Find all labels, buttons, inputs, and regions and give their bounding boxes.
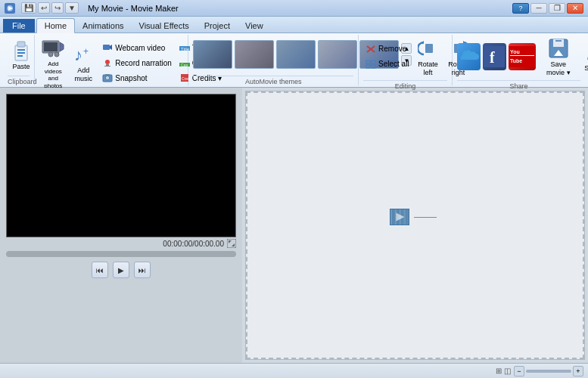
add-tools-col: Webcam video Record narration Snapshot [100,41,173,85]
svg-rect-4 [17,49,25,51]
save-movie-label: Save movie ▾ [541,60,577,77]
svg-text:+: + [83,46,89,57]
svg-text:♪: ♪ [74,45,82,64]
close-button[interactable]: ✕ [567,3,583,14]
theme-3[interactable] [276,40,316,69]
zoom-out-button[interactable]: − [514,366,524,376]
record-icon [102,57,113,68]
title-bar-left: 💾 ↩ ↪ ▼ My Movie - Movie Maker [5,2,179,14]
svg-rect-47 [555,40,562,42]
svg-text:Cap: Cap [181,63,188,67]
ribbon: Paste Clipboard Add videosand photos [0,33,588,88]
snapshot-button[interactable]: Snapshot [100,71,173,85]
add-music-icon: ♪ + [71,42,95,67]
svg-text:You: You [510,49,520,54]
window-controls: ? ─ ❐ ✕ [512,3,583,14]
redo-quick-btn[interactable]: ↪ [51,2,64,14]
app-icon [5,3,15,14]
share-section: f You Tube [453,35,585,85]
svg-rect-34 [372,65,375,68]
rotate-left-button[interactable]: Rotateleft [415,35,442,79]
zoom-slider[interactable] [526,370,571,373]
tab-project[interactable]: Project [197,19,238,33]
tab-view[interactable]: View [238,19,271,33]
minimize-button[interactable]: ─ [530,3,547,14]
status-icons: ⊞ ◫ [496,367,511,375]
select-all-button[interactable]: Select all [363,57,412,71]
timeline-item[interactable] [390,209,437,225]
add-content: Add videosand photos ♪ + Addmusic Webcam… [39,35,183,91]
share-content: f You Tube [457,35,580,79]
paste-button[interactable]: Paste [8,37,35,73]
save-movie-icon [546,36,571,60]
svg-point-21 [107,77,109,79]
dropdown-quick-btn[interactable]: ▼ [65,2,79,14]
tab-animations[interactable]: Animations [75,19,131,33]
svg-rect-5 [17,52,25,54]
quick-access-toolbar[interactable]: 💾 ↩ ↪ ▼ [21,2,79,14]
add-videos-button[interactable]: Add videosand photos [39,35,67,91]
theme-2-img [235,41,273,68]
svg-point-11 [54,52,59,57]
svg-rect-17 [106,64,109,66]
themes-content: ▲ ▼ [193,35,353,74]
preview-panel: 00:00:00/00:00.00 ⏮ ▶ ⏭ [0,88,242,363]
save-movie-button[interactable]: Save movie ▾ [538,35,580,79]
help-button[interactable]: ? [512,3,529,14]
editing-content: Remove Select all Rotatelef [363,35,447,79]
preview-time-display: 00:00:00/00:00.00 [6,237,236,249]
tab-home[interactable]: Home [36,18,75,33]
record-label: Record narration [115,59,171,67]
restore-button[interactable]: ❐ [549,3,565,14]
webcam-icon [102,42,113,53]
theme-3-img [277,41,315,68]
clipboard-section: Paste Clipboard [3,35,35,85]
main-area: 00:00:00/00:00.00 ⏮ ▶ ⏭ [0,88,588,363]
timeline-connector [414,217,437,218]
status-icon-1: ⊞ [496,367,502,375]
add-videos-label: Add videosand photos [42,60,64,89]
remove-button[interactable]: Remove [363,42,412,56]
add-videos-icon [41,36,65,60]
share-icons: f You Tube [457,35,588,79]
timeline-thumbnail[interactable] [390,209,409,225]
sign-in-button[interactable]: Sign in [581,39,588,74]
forward-button[interactable]: ⏭ [134,262,151,278]
skydrive-button[interactable] [457,43,481,70]
svg-rect-9 [44,42,58,51]
svg-rect-3 [17,42,25,47]
timeline-panel [245,91,585,360]
svg-rect-51 [227,239,236,248]
svg-text:f: f [490,49,495,66]
zoom-in-button[interactable]: + [573,366,583,376]
tab-file[interactable]: File [3,19,35,33]
undo-quick-btn[interactable]: ↩ [38,2,50,14]
rewind-button[interactable]: ⏮ [92,262,108,278]
preview-progress-slider[interactable] [6,251,236,257]
theme-2[interactable] [235,40,274,69]
theme-1-img [194,41,232,68]
time-text: 00:00:00/00:00.00 [163,240,224,248]
paste-icon [9,39,33,63]
theme-4[interactable] [318,40,357,69]
tab-visual-effects[interactable]: Visual Effects [132,19,197,33]
webcam-label: Webcam video [115,44,165,52]
theme-4-img [319,41,356,68]
snapshot-label: Snapshot [115,74,147,82]
timeline-dashed-border [246,91,584,359]
svg-rect-6 [17,55,23,57]
svg-rect-14 [103,45,110,50]
fullscreen-icon[interactable] [227,239,236,248]
theme-1[interactable] [193,40,232,69]
themes-section: ▲ ▼ AutoMovie themes [188,35,359,85]
svg-rect-22 [105,74,110,76]
select-all-icon [366,59,376,70]
record-narration-button[interactable]: Record narration [100,56,173,70]
save-quick-btn[interactable]: 💾 [21,2,36,14]
svg-rect-55 [390,209,409,225]
facebook-button[interactable]: f [483,43,506,70]
play-button[interactable]: ▶ [113,262,129,278]
webcam-button[interactable]: Webcam video [100,41,173,54]
youtube-button[interactable]: You Tube [509,43,536,70]
add-music-button[interactable]: ♪ + Addmusic [70,41,97,85]
